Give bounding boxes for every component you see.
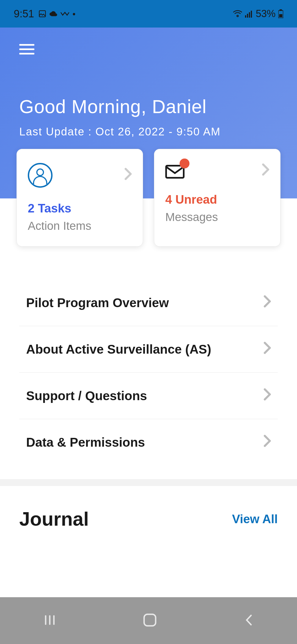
chevron-right-icon <box>125 167 132 183</box>
tasks-count: 2 Tasks <box>28 201 132 215</box>
menu-item-active-surveillance[interactable]: About Active Surveillance (AS) <box>19 326 278 373</box>
status-time: 9:51 <box>14 8 34 20</box>
chevron-right-icon <box>264 295 271 311</box>
last-update-text: Last Update : Oct 26, 2022 - 9:50 AM <box>19 125 278 138</box>
view-all-link[interactable]: View All <box>232 512 278 526</box>
cloud-icon <box>49 11 57 17</box>
status-notification-icons: ● <box>38 10 76 18</box>
menu-item-label: Support / Questions <box>26 388 147 403</box>
status-bar: 9:51 ● 53% <box>0 0 297 28</box>
chevron-right-icon <box>264 341 271 357</box>
messages-card[interactable]: 4 Unread Messages <box>154 149 280 247</box>
journal-section: Journal View All <box>0 486 297 530</box>
svg-rect-1 <box>245 15 246 18</box>
person-icon <box>28 163 53 188</box>
picture-icon <box>38 10 46 18</box>
battery-icon <box>278 9 283 18</box>
wave-icon <box>60 11 70 16</box>
battery-percent: 53% <box>256 8 276 20</box>
menu-item-pilot-program[interactable]: Pilot Program Overview <box>19 280 278 326</box>
svg-rect-4 <box>251 11 252 18</box>
hamburger-menu-icon[interactable] <box>19 44 34 54</box>
messages-subtitle: Messages <box>165 211 269 224</box>
greeting-text: Good Morning, Daniel <box>19 96 278 117</box>
recents-button[interactable] <box>43 613 57 628</box>
unread-count: 4 Unread <box>165 193 269 206</box>
journal-title: Journal <box>19 508 89 530</box>
status-bar-right: 53% <box>233 8 283 20</box>
menu-item-support[interactable]: Support / Questions <box>19 373 278 419</box>
unread-dot-icon <box>180 159 189 168</box>
home-button[interactable] <box>142 613 157 629</box>
wifi-icon <box>233 10 242 18</box>
chevron-right-icon <box>264 434 271 450</box>
section-divider <box>0 479 297 486</box>
svg-rect-2 <box>247 14 248 18</box>
signal-icon <box>245 10 253 18</box>
menu-item-label: About Active Surveillance (AS) <box>26 342 211 357</box>
status-bar-left: 9:51 ● <box>14 8 76 20</box>
menu-item-data-permissions[interactable]: Data & Permissions <box>19 419 278 465</box>
menu-item-label: Pilot Program Overview <box>26 295 169 310</box>
svg-rect-3 <box>249 12 250 18</box>
chevron-right-icon <box>262 163 269 179</box>
svg-rect-0 <box>39 11 46 17</box>
tasks-subtitle: Action Items <box>28 219 132 233</box>
summary-cards-row: 2 Tasks Action Items 4 Unread Messages <box>0 149 297 247</box>
tasks-card[interactable]: 2 Tasks Action Items <box>16 149 143 247</box>
svg-rect-7 <box>279 14 282 17</box>
svg-rect-8 <box>166 166 184 178</box>
svg-rect-12 <box>144 614 156 626</box>
system-nav-bar <box>0 597 297 644</box>
chevron-right-icon <box>264 388 271 404</box>
menu-item-label: Data & Permissions <box>26 435 145 450</box>
mail-icon <box>165 163 185 179</box>
menu-list: Pilot Program Overview About Active Surv… <box>0 280 297 465</box>
back-button[interactable] <box>243 613 254 628</box>
